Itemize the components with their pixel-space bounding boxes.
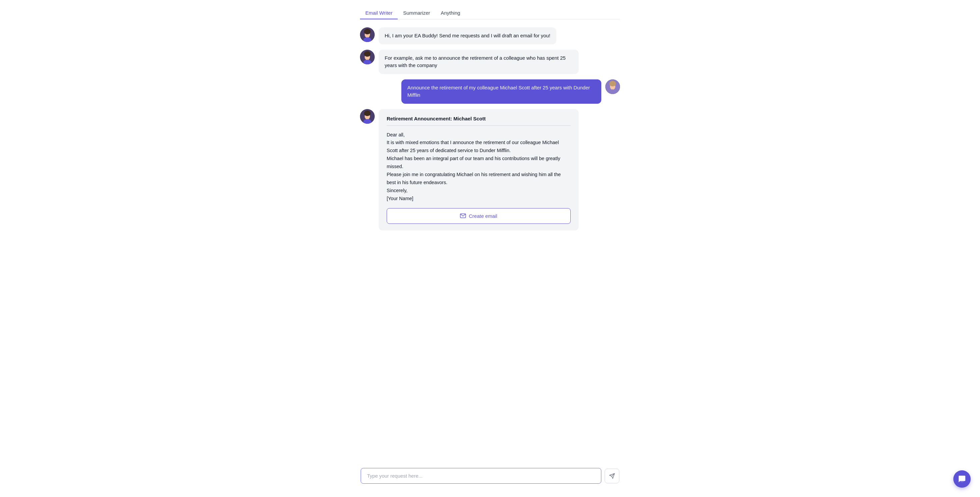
envelope-icon [460, 213, 466, 218]
create-email-button[interactable]: Create email [387, 208, 571, 224]
avatar [360, 109, 375, 124]
email-line: Dear all, [387, 131, 571, 139]
avatar [360, 27, 375, 42]
email-line: Please join me in congratulating Michael… [387, 171, 571, 187]
assistant-bubble: Hi, I am your EA Buddy! Send me requests… [379, 27, 556, 45]
avatar [360, 50, 375, 64]
svg-point-3 [364, 30, 370, 34]
svg-point-15 [610, 82, 616, 86]
email-line: It is with mixed emotions that I announc… [387, 139, 571, 155]
send-icon [609, 473, 615, 479]
message-row: Hi, I am your EA Buddy! Send me requests… [360, 27, 620, 45]
svg-point-9 [364, 52, 370, 57]
create-email-label: Create email [469, 213, 497, 219]
input-area [360, 468, 620, 484]
email-subject: Retirement Announcement: Michael Scott [387, 116, 571, 126]
tabs-bar: Email Writer Summarizer Anything [360, 0, 620, 19]
message-text: For example, ask me to announce the reti… [385, 55, 566, 68]
send-button[interactable] [605, 468, 619, 483]
email-card: Retirement Announcement: Michael Scott D… [379, 109, 579, 231]
chat-fab-icon [958, 475, 966, 483]
tab-anything[interactable]: Anything [435, 7, 465, 19]
user-avatar [605, 80, 620, 94]
email-line: Michael has been an integral part of our… [387, 155, 571, 171]
email-body: Dear all,It is with mixed emotions that … [387, 131, 571, 203]
message-row: For example, ask me to announce the reti… [360, 50, 620, 74]
message-text: Hi, I am your EA Buddy! Send me requests… [385, 33, 550, 38]
assistant-bubble: For example, ask me to announce the reti… [379, 50, 579, 74]
app-container: Email Writer Summarizer Anything [360, 0, 620, 497]
email-line: Sincerely, [387, 187, 571, 195]
message-row-email: Retirement Announcement: Michael Scott D… [360, 109, 620, 231]
chat-fab-button[interactable] [953, 470, 970, 487]
message-text: Announce the retirement of my colleague … [407, 85, 590, 98]
svg-point-21 [364, 112, 370, 116]
message-row-user: Announce the retirement of my colleague … [360, 80, 620, 104]
chat-input[interactable] [361, 468, 601, 484]
tab-summarizer[interactable]: Summarizer [398, 7, 435, 19]
tab-email-writer[interactable]: Email Writer [360, 7, 398, 19]
email-line: [Your Name] [387, 195, 571, 203]
chat-area: Hi, I am your EA Buddy! Send me requests… [360, 27, 620, 460]
user-bubble: Announce the retirement of my colleague … [401, 80, 601, 104]
